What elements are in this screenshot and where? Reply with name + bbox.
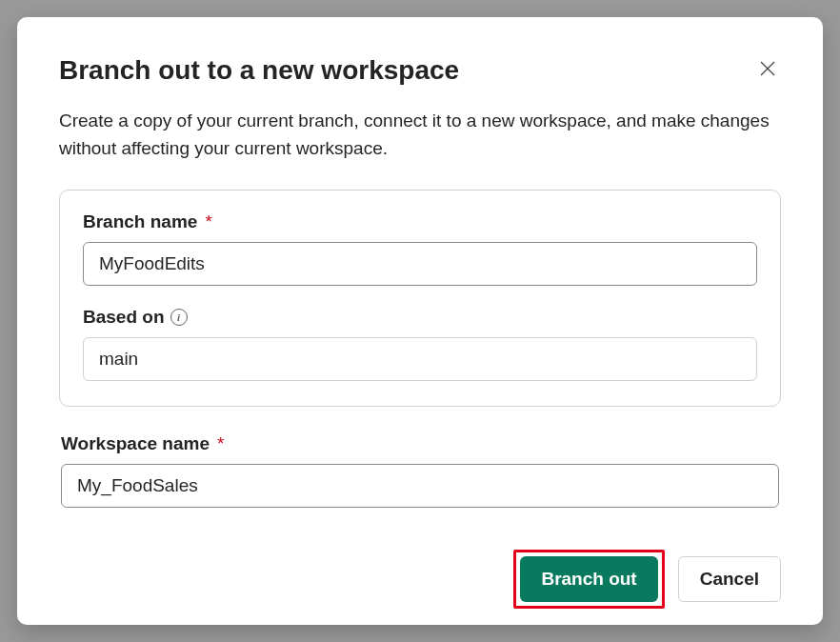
dialog-description: Create a copy of your current branch, co… [59, 107, 781, 163]
workspace-name-label: Workspace name * [61, 433, 779, 454]
label-text: Branch name [83, 211, 197, 232]
dialog-header: Branch out to a new workspace [59, 55, 781, 86]
branch-name-field: Branch name * [83, 211, 757, 286]
branch-out-button[interactable]: Branch out [520, 556, 657, 602]
branch-settings-group: Branch name * Based on i [59, 190, 781, 407]
required-marker: * [217, 433, 224, 454]
based-on-field: Based on i [83, 307, 757, 381]
cancel-button[interactable]: Cancel [678, 556, 781, 602]
branch-name-input[interactable] [83, 242, 757, 286]
label-text: Workspace name [61, 433, 210, 454]
branch-out-dialog: Branch out to a new workspace Create a c… [17, 17, 823, 625]
dialog-title: Branch out to a new workspace [59, 55, 459, 86]
branch-name-label: Branch name * [83, 211, 757, 232]
based-on-label: Based on i [83, 307, 757, 328]
info-icon[interactable]: i [170, 309, 188, 326]
primary-highlight-box: Branch out [513, 550, 664, 609]
required-marker: * [205, 211, 211, 232]
dialog-actions: Branch out Cancel [59, 550, 781, 609]
label-text: Based on [83, 307, 165, 328]
based-on-input[interactable] [83, 337, 757, 381]
workspace-name-field: Workspace name * [59, 433, 781, 508]
close-button[interactable] [754, 55, 781, 82]
workspace-name-input[interactable] [61, 464, 779, 508]
close-icon [758, 59, 777, 78]
